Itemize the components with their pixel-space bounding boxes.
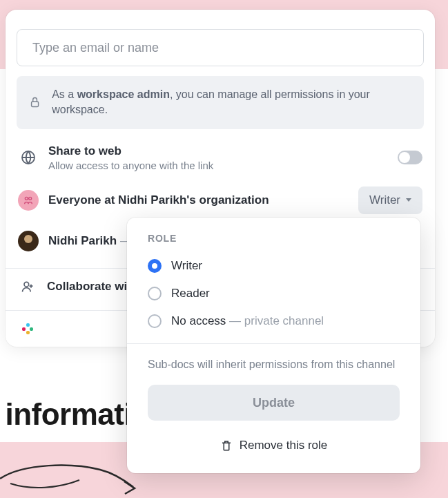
svg-point-3 (29, 197, 32, 200)
admin-notice-text: As a workspace admin, you can manage all… (52, 87, 411, 118)
chevron-down-icon (406, 198, 411, 202)
share-web-subtitle: Allow access to anyone with the link (48, 160, 388, 171)
slack-icon (21, 322, 35, 336)
share-web-toggle[interactable] (398, 151, 422, 164)
arrow-doodle (0, 459, 142, 498)
svg-point-4 (24, 282, 29, 287)
role-option-writer[interactable]: Writer (127, 252, 420, 280)
role-option-label: Reader (171, 287, 210, 300)
user-avatar (18, 231, 39, 251)
role-option-reader[interactable]: Reader (127, 280, 420, 307)
svg-point-2 (25, 197, 28, 200)
email-input[interactable] (17, 29, 424, 66)
role-section-label: ROLE (127, 233, 420, 252)
divider (127, 343, 420, 344)
admin-notice: As a workspace admin, you can manage all… (17, 76, 424, 129)
org-member-label: Everyone at Nidhi Parikh's organization (48, 193, 349, 207)
org-avatar (18, 190, 39, 211)
role-dropdown: ROLE Writer Reader No access — private c… (127, 218, 420, 473)
add-person-icon (21, 280, 35, 294)
share-to-web-row: Share to web Allow access to anyone with… (6, 139, 435, 177)
radio-icon (148, 287, 162, 300)
role-option-no-access[interactable]: No access — private channel (127, 307, 420, 335)
org-member-row: Everyone at Nidhi Parikh's organization … (6, 177, 435, 224)
share-web-title: Share to web (48, 144, 388, 158)
role-option-label: Writer (171, 259, 202, 273)
trash-icon (220, 439, 233, 452)
remove-role-button[interactable]: Remove this role (148, 430, 400, 461)
collaborate-label: Collaborate wit (47, 280, 131, 294)
svg-rect-0 (32, 102, 39, 107)
role-option-suffix: — private channel (226, 314, 324, 327)
globe-icon (18, 147, 39, 168)
inherit-note: Sub-docs will inherit permissions from t… (127, 352, 420, 385)
lock-icon (29, 96, 41, 108)
role-option-label: No access (171, 314, 226, 327)
radio-icon (148, 314, 162, 328)
update-button[interactable]: Update (148, 385, 400, 421)
org-role-selector[interactable]: Writer (358, 186, 422, 214)
radio-icon (148, 259, 162, 273)
